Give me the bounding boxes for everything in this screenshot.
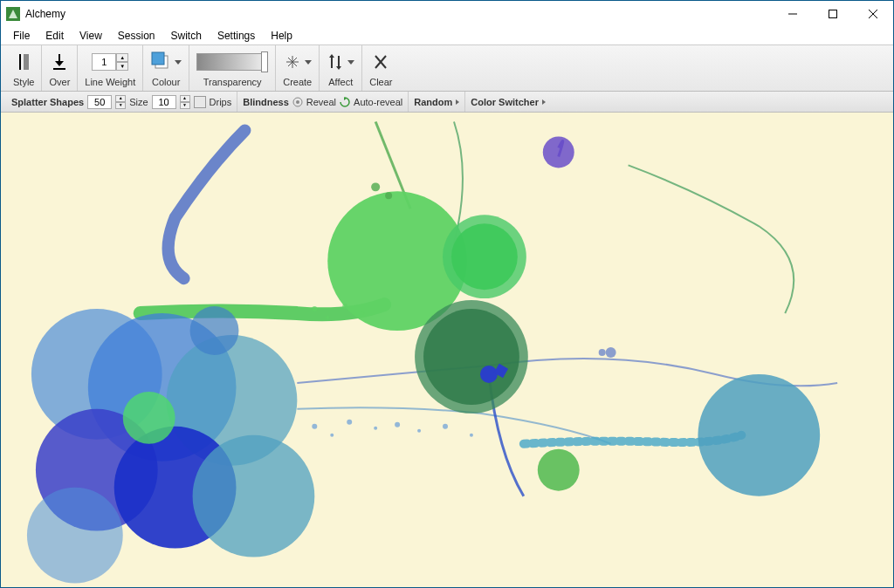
menu-edit[interactable]: Edit xyxy=(38,28,71,44)
clear-label: Clear xyxy=(369,77,392,87)
menu-switch[interactable]: Switch xyxy=(164,28,209,44)
blindness-seg: Blindness Reveal Auto-reveal xyxy=(237,92,409,112)
canvas[interactable] xyxy=(1,113,893,587)
create-group[interactable]: Create xyxy=(276,45,320,91)
svg-point-57 xyxy=(417,429,421,433)
color-switcher-expand-icon xyxy=(542,99,546,105)
random-expand-icon xyxy=(456,99,459,105)
transparency-handle[interactable] xyxy=(261,51,268,72)
create-label: Create xyxy=(283,77,312,87)
affect-icon xyxy=(327,52,344,72)
over-icon xyxy=(51,52,68,72)
svg-point-46 xyxy=(480,366,498,383)
svg-point-35 xyxy=(538,449,580,491)
svg-marker-9 xyxy=(55,61,64,66)
random-seg[interactable]: Random xyxy=(409,92,465,112)
style-label: Style xyxy=(13,77,34,87)
colour-group[interactable]: Colour xyxy=(143,45,189,91)
svg-point-59 xyxy=(470,434,473,437)
menu-settings[interactable]: Settings xyxy=(210,28,262,44)
close-button[interactable] xyxy=(853,1,893,27)
affect-dropdown-icon[interactable] xyxy=(347,52,354,72)
svg-point-42 xyxy=(193,435,315,557)
svg-point-34 xyxy=(423,309,519,405)
svg-rect-12 xyxy=(152,52,164,65)
menu-view[interactable]: View xyxy=(72,28,109,44)
transparency-label: Transparency xyxy=(203,77,262,87)
splatter-down-button[interactable]: ▼ xyxy=(115,102,126,109)
menu-bar: File Edit View Session Switch Settings H… xyxy=(1,27,893,44)
title-bar: Alchemy xyxy=(1,1,893,27)
svg-point-50 xyxy=(371,182,380,191)
svg-point-54 xyxy=(347,420,352,425)
line-weight-group: ▲ ▼ Line Weight xyxy=(78,45,143,91)
over-label: Over xyxy=(49,77,70,87)
svg-point-49 xyxy=(599,349,606,356)
random-label: Random xyxy=(414,97,452,107)
style-icon xyxy=(16,52,31,72)
splatter-up-button[interactable]: ▲ xyxy=(115,95,126,102)
svg-rect-3 xyxy=(829,10,837,18)
svg-marker-13 xyxy=(175,60,182,65)
svg-point-36 xyxy=(698,374,820,496)
svg-point-48 xyxy=(606,347,616,358)
window-controls xyxy=(773,1,893,27)
svg-point-62 xyxy=(342,304,347,309)
drips-label: Drips xyxy=(210,97,232,107)
svg-point-56 xyxy=(395,422,400,427)
over-group[interactable]: Over xyxy=(42,45,78,91)
line-weight-label: Line Weight xyxy=(85,77,135,87)
affect-label: Affect xyxy=(328,77,353,87)
secondary-toolbar: Splatter Shapes ▲ ▼ Size ▲ ▼ Drips Blind… xyxy=(1,92,893,113)
splatter-shapes-seg: Splatter Shapes ▲ ▼ Size ▲ ▼ Drips xyxy=(6,92,237,112)
svg-marker-23 xyxy=(347,60,354,65)
svg-point-27 xyxy=(296,100,299,104)
drips-toggle[interactable] xyxy=(194,96,206,108)
line-weight-input[interactable] xyxy=(92,53,116,71)
svg-point-58 xyxy=(443,424,448,429)
size-down-button[interactable]: ▼ xyxy=(180,102,190,109)
svg-point-45 xyxy=(190,306,239,355)
color-switcher-seg[interactable]: Color Switcher xyxy=(465,92,551,112)
svg-marker-18 xyxy=(305,60,312,65)
size-label: Size xyxy=(129,97,148,107)
colour-dropdown-icon[interactable] xyxy=(175,52,182,72)
svg-point-51 xyxy=(385,192,392,199)
clear-icon xyxy=(372,52,389,72)
menu-session[interactable]: Session xyxy=(111,28,162,44)
create-dropdown-icon[interactable] xyxy=(305,52,312,72)
line-weight-up-button[interactable]: ▲ xyxy=(116,53,128,62)
size-up-button[interactable]: ▲ xyxy=(180,95,190,102)
affect-group[interactable]: Affect xyxy=(320,45,362,91)
svg-point-53 xyxy=(330,434,334,437)
colour-swatch-icon xyxy=(150,51,171,73)
maximize-button[interactable] xyxy=(813,1,853,27)
menu-help[interactable]: Help xyxy=(264,28,299,44)
app-icon xyxy=(6,7,20,21)
svg-marker-20 xyxy=(329,54,334,58)
auto-reveal-icon[interactable] xyxy=(340,97,350,107)
menu-file[interactable]: File xyxy=(6,28,37,44)
blindness-label: Blindness xyxy=(243,97,289,107)
auto-reveal-label[interactable]: Auto-reveal xyxy=(354,97,402,107)
svg-point-61 xyxy=(326,316,329,319)
minimize-button[interactable] xyxy=(773,1,813,27)
color-switcher-label: Color Switcher xyxy=(471,97,539,107)
size-input[interactable] xyxy=(152,95,176,109)
clear-group[interactable]: Clear xyxy=(362,45,399,91)
transparency-track[interactable] xyxy=(196,53,266,71)
svg-point-60 xyxy=(312,306,317,311)
reveal-label[interactable]: Reveal xyxy=(306,97,336,107)
create-icon xyxy=(284,52,301,72)
splatter-shapes-input[interactable] xyxy=(87,95,112,109)
svg-point-29 xyxy=(543,136,574,168)
line-weight-spinner[interactable]: ▲ ▼ xyxy=(92,53,128,71)
svg-point-63 xyxy=(361,311,364,315)
reveal-icon[interactable] xyxy=(292,97,303,107)
splatter-shapes-label: Splatter Shapes xyxy=(11,97,84,107)
main-toolbar: Style Over ▲ ▼ Line Weight Colour xyxy=(1,44,893,92)
line-weight-down-button[interactable]: ▼ xyxy=(116,62,128,71)
svg-point-43 xyxy=(27,488,123,584)
style-group[interactable]: Style xyxy=(6,45,42,91)
canvas-artwork xyxy=(1,113,893,587)
